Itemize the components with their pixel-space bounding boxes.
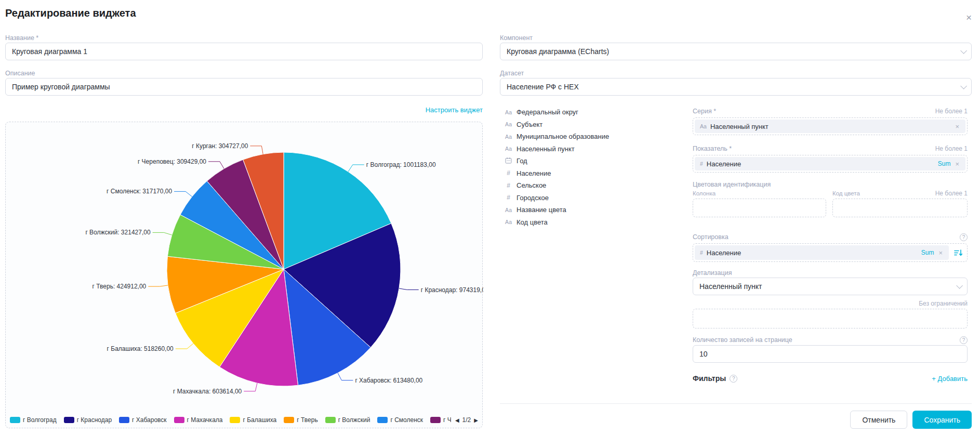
pie-label-line — [244, 383, 257, 391]
footer-buttons: Отменить Сохранить — [500, 411, 972, 429]
dataset-select[interactable]: Население РФ с HEX — [500, 78, 972, 96]
field-item[interactable]: АаФедеральный округ — [504, 106, 687, 119]
colorcode-sublabel: Код цвета — [826, 190, 935, 196]
pie-slice-label: г Краснодар: 974319,00 — [421, 286, 483, 294]
color-code-dropzone[interactable] — [832, 199, 968, 217]
dialog-title: Редактирование виджета — [5, 7, 136, 19]
field-label: Муниципальное образование — [517, 133, 609, 140]
sum-aggregation-badge[interactable]: Sum — [921, 249, 934, 256]
pie-slice-label: г Хабаровск: 613480,00 — [355, 377, 422, 384]
pie-slice-label: г Балашиха: 518260,00 — [107, 345, 174, 352]
legend-items: г Волгоградг Краснодарг Хабаровскг Махач… — [10, 416, 451, 424]
name-input[interactable] — [5, 43, 483, 60]
cancel-button[interactable]: Отменить — [850, 411, 907, 429]
sort-descending-icon[interactable] — [951, 245, 965, 260]
legend-prev-button[interactable]: ◀ — [455, 417, 459, 423]
sorting-label: Сортировка — [693, 233, 729, 241]
drilldown-label: Детализация — [693, 269, 968, 277]
legend-swatch — [377, 417, 388, 423]
configure-widget-link[interactable]: Настроить виджет — [426, 106, 483, 114]
add-filter-button[interactable]: + Добавить — [932, 375, 968, 383]
page-size-help-icon[interactable]: ? — [960, 336, 968, 344]
legend-item[interactable]: г Тверь — [284, 416, 317, 424]
field-label: Год — [517, 157, 527, 165]
legend-item[interactable]: г Балашиха — [230, 416, 276, 424]
chevron-down-icon — [956, 282, 963, 289]
footer-divider — [500, 403, 972, 404]
pie-label-line — [250, 146, 263, 154]
metric-label: Показатель * — [693, 145, 732, 152]
config-panel: Серия * Не более 1 Аа Населенный пункт ×… — [693, 104, 968, 383]
legend-swatch — [10, 417, 20, 423]
sorting-dropzone[interactable]: # Население Sum × — [693, 243, 968, 262]
field-item[interactable]: Год — [504, 155, 687, 167]
filters-label: Фильтры — [693, 374, 726, 383]
field-label: Название цвета — [517, 206, 566, 214]
field-item[interactable]: #Население — [504, 167, 687, 180]
description-input[interactable] — [5, 78, 483, 96]
text-field-icon: Аа — [504, 207, 513, 213]
legend-label: г Хабаровск — [132, 416, 167, 424]
legend-item[interactable]: г Волжский — [325, 416, 370, 424]
field-label: Федеральный округ — [517, 108, 578, 116]
field-item[interactable]: АаНазвание цвета — [504, 204, 687, 216]
chart-container: г Волгоград: 1001183,00г Краснодар: 9743… — [5, 122, 483, 428]
sorting-help-icon[interactable]: ? — [960, 233, 968, 241]
field-item[interactable]: #Сельское — [504, 179, 687, 192]
pie-label-line — [338, 373, 353, 380]
save-button[interactable]: Сохранить — [912, 411, 972, 429]
pie-slice-label: г Волгоград: 1001183,00 — [366, 161, 436, 168]
pie-label-line — [148, 285, 168, 286]
legend-label: г Махачкала — [187, 416, 223, 424]
metric-dropzone[interactable]: # Население Sum × — [693, 155, 968, 173]
legend-item[interactable]: г Смоленск — [377, 416, 423, 424]
series-chip[interactable]: Аа Населенный пункт × — [695, 120, 965, 133]
legend-swatch — [119, 417, 129, 423]
legend-page-indicator: 1/2 — [462, 416, 471, 424]
legend-item[interactable]: г Череповец — [430, 416, 451, 424]
pie-slice-label: г Махачкала: 603614,00 — [173, 388, 242, 395]
filters-help-icon[interactable]: ? — [730, 375, 737, 383]
limit-dropzone[interactable] — [693, 309, 968, 328]
legend-item[interactable]: г Хабаровск — [119, 416, 167, 424]
sorting-chip[interactable]: # Население Sum × — [695, 245, 949, 260]
chip-remove-icon[interactable]: × — [954, 160, 960, 168]
field-item[interactable]: АаМуниципальное образование — [504, 130, 687, 143]
pie-label-line — [348, 165, 364, 172]
legend-item[interactable]: г Махачкала — [174, 416, 223, 424]
color-identification-label: Цветовая идентификация — [693, 181, 968, 188]
metric-chip[interactable]: # Население Sum × — [695, 157, 965, 170]
no-limit-label: Без ограничений — [919, 300, 968, 307]
dataset-fields-list: АаФедеральный округАаСубъектАаМуниципаль… — [504, 106, 687, 228]
legend-label: г Волжский — [338, 416, 370, 424]
legend-next-button[interactable]: ▶ — [474, 417, 478, 423]
field-item[interactable]: АаКод цвета — [504, 216, 687, 229]
text-field-icon: Аа — [700, 123, 707, 129]
color-column-dropzone[interactable] — [693, 199, 826, 217]
pie-slice-label: г Тверь: 424912,00 — [92, 283, 147, 290]
chevron-down-icon — [960, 83, 967, 89]
sum-aggregation-badge[interactable]: Sum — [938, 160, 951, 167]
component-select[interactable]: Круговая диаграмма (ECharts) — [500, 43, 972, 60]
legend-item[interactable]: г Краснодар — [64, 416, 112, 424]
field-item[interactable]: #Городское — [504, 192, 687, 204]
field-item[interactable]: АаСубъект — [504, 119, 687, 131]
chip-remove-icon[interactable]: × — [937, 249, 944, 257]
close-icon[interactable]: × — [966, 12, 972, 22]
edit-widget-dialog: Редактирование виджета × Название * Опис… — [0, 0, 980, 434]
chip-remove-icon[interactable]: × — [954, 123, 960, 130]
field-item[interactable]: АаНаселенный пункт — [504, 143, 687, 155]
page-size-input[interactable] — [693, 345, 968, 363]
number-field-icon: # — [504, 182, 513, 189]
page-size-label: Количество записей на странице — [693, 336, 792, 344]
series-dropzone[interactable]: Аа Населенный пункт × — [693, 117, 968, 135]
legend-label: г Краснодар — [77, 416, 112, 424]
pie-label-line — [174, 191, 192, 196]
pie-slice-label: г Волжский: 321427,00 — [85, 229, 151, 236]
dataset-label: Датасет — [500, 70, 972, 77]
legend-item[interactable]: г Волгоград — [10, 416, 57, 424]
drilldown-select[interactable]: Населенный пункт — [693, 278, 968, 295]
legend-swatch — [430, 417, 441, 423]
legend-swatch — [284, 417, 294, 423]
field-label: Сельское — [517, 181, 546, 189]
